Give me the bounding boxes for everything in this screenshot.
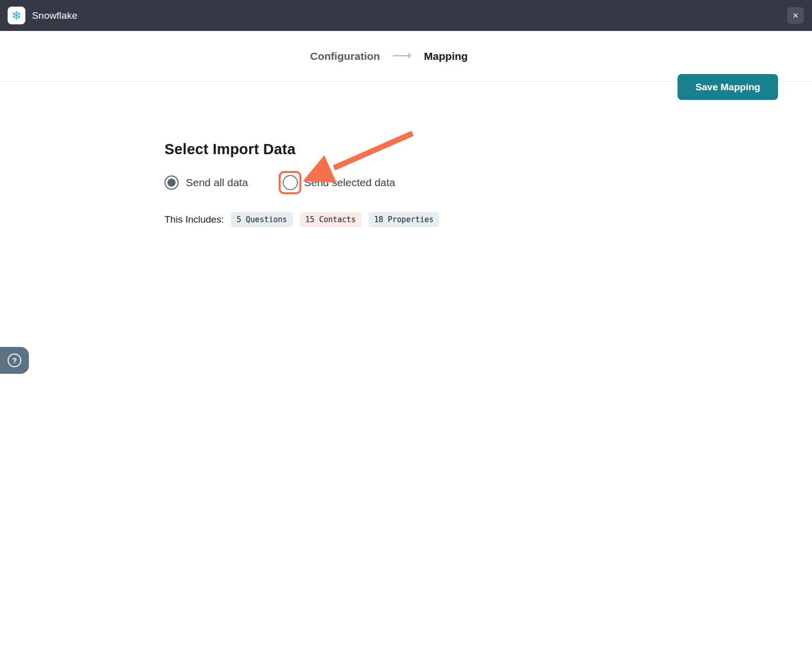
- includes-row: This Includes: 5 Questions 15 Contacts 1…: [164, 212, 439, 227]
- page-title: Select Import Data: [164, 141, 295, 158]
- badge-properties: 18 Properties: [368, 212, 439, 227]
- stepper: Configuration ⟶ Mapping: [310, 31, 468, 82]
- help-button[interactable]: ?: [0, 347, 29, 374]
- radio-label[interactable]: Send all data: [186, 177, 248, 189]
- topbar: ❄ Snowflake ✕: [0, 0, 812, 31]
- step-configuration[interactable]: Configuration: [310, 50, 380, 62]
- badge-questions: 5 Questions: [231, 212, 292, 227]
- annotation-arrow: [0, 0, 812, 670]
- header: Configuration ⟶ Mapping Save Mapping: [0, 31, 812, 82]
- snowflake-icon: ❄: [11, 10, 21, 22]
- radio-option-send-all-data[interactable]: Send all data: [164, 171, 248, 194]
- badge-contacts: 15 Contacts: [300, 212, 361, 227]
- save-mapping-button[interactable]: Save Mapping: [678, 74, 778, 100]
- radio-label[interactable]: Send selected data: [304, 177, 395, 189]
- snowflake-import-modal: ❄ Snowflake ✕ Configuration ⟶ Mapping Sa…: [0, 0, 812, 670]
- help-question-icon: ?: [8, 354, 21, 367]
- app-title: Snowflake: [32, 10, 77, 21]
- close-button[interactable]: ✕: [787, 7, 804, 24]
- includes-label: This Includes:: [164, 214, 224, 225]
- step-mapping[interactable]: Mapping: [424, 50, 467, 62]
- stepper-arrow-icon: ⟶: [392, 49, 412, 64]
- close-icon: ✕: [792, 12, 799, 19]
- annotation-highlight-box: [279, 171, 301, 194]
- snowflake-logo: ❄: [8, 7, 25, 24]
- radio-dot: [167, 179, 176, 187]
- radio-selected-icon[interactable]: [164, 175, 179, 190]
- radio-unselected-icon[interactable]: [283, 175, 298, 190]
- radio-option-send-selected-data[interactable]: Send selected data: [279, 171, 395, 194]
